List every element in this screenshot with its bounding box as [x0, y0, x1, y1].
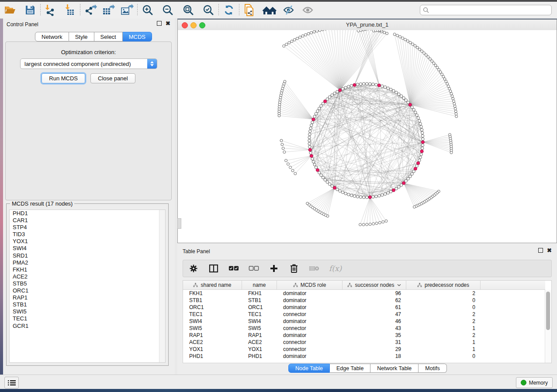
network-node[interactable]: [411, 106, 413, 108]
network-node[interactable]: [344, 86, 347, 89]
network-node[interactable]: [451, 95, 453, 97]
table-cell[interactable]: dominator: [277, 332, 343, 339]
network-node[interactable]: [350, 194, 353, 196]
table-cell[interactable]: 2: [406, 332, 481, 339]
network-node[interactable]: [427, 55, 429, 58]
network-node[interactable]: [420, 153, 422, 155]
table-cell[interactable]: RAP1: [183, 332, 242, 339]
network-node[interactable]: [287, 163, 289, 165]
table-cell[interactable]: 47: [343, 311, 406, 318]
mcds-network-node[interactable]: [368, 196, 371, 199]
network-node[interactable]: [389, 190, 392, 193]
network-node[interactable]: [291, 169, 294, 172]
mcds-network-node[interactable]: [339, 89, 342, 92]
network-node[interactable]: [415, 165, 418, 167]
network-node[interactable]: [453, 103, 456, 105]
export-network-icon[interactable]: [83, 3, 98, 17]
zoom-out-icon[interactable]: [160, 3, 175, 17]
float-panel-icon[interactable]: [157, 21, 162, 26]
zoom-fit-icon[interactable]: [181, 3, 196, 17]
network-node[interactable]: [412, 170, 415, 172]
table-cell[interactable]: dominator: [277, 353, 343, 360]
network-node[interactable]: [409, 41, 412, 44]
network-node[interactable]: [341, 191, 344, 193]
network-node[interactable]: [294, 172, 297, 175]
import-table-icon[interactable]: [62, 3, 77, 17]
hide-windows-icon[interactable]: [281, 3, 296, 17]
network-node[interactable]: [366, 83, 368, 85]
table-cell[interactable]: 62: [343, 297, 406, 304]
network-node[interactable]: [301, 34, 304, 37]
network-node[interactable]: [308, 133, 311, 136]
network-node[interactable]: [362, 83, 365, 85]
tab-motifs[interactable]: Motifs: [419, 364, 446, 373]
network-node[interactable]: [454, 110, 457, 113]
table-cell[interactable]: 2: [406, 318, 481, 325]
table-cell[interactable]: SWI5: [183, 325, 242, 332]
table-row[interactable]: ORC1ORC1dominator610: [183, 304, 545, 311]
network-node[interactable]: [331, 185, 333, 187]
network-node[interactable]: [375, 83, 377, 86]
network-node[interactable]: [442, 76, 445, 78]
table-cell[interactable]: 2: [406, 290, 481, 297]
network-node[interactable]: [412, 108, 415, 111]
table-cell[interactable]: 31: [343, 339, 406, 346]
network-node[interactable]: [384, 193, 386, 195]
mcds-result-list[interactable]: PHD1CAR1STP4TID3YOX1SWI4SRD1PMA2FKH1ACE2…: [9, 210, 166, 363]
zoom-in-icon[interactable]: [140, 3, 155, 17]
network-node[interactable]: [448, 87, 451, 90]
network-node[interactable]: [415, 114, 418, 117]
table-cell[interactable]: dominator: [277, 297, 343, 304]
table-row[interactable]: SWI4SWI4dominator462: [183, 318, 545, 325]
table-cell[interactable]: 18: [343, 353, 406, 360]
network-node[interactable]: [421, 131, 424, 134]
network-node[interactable]: [347, 193, 350, 196]
mcds-result-item[interactable]: RAP1: [10, 294, 165, 301]
network-node[interactable]: [409, 175, 412, 178]
mcds-result-item[interactable]: PHD1: [10, 210, 165, 217]
table-cell[interactable]: ACE2: [183, 339, 242, 346]
network-node[interactable]: [322, 176, 324, 179]
network-node[interactable]: [406, 40, 409, 42]
table-row[interactable]: STB1STB1dominator620: [183, 297, 545, 304]
table-cell[interactable]: 0: [406, 353, 481, 360]
network-node[interactable]: [413, 206, 416, 208]
network-node[interactable]: [336, 90, 339, 93]
network-node[interactable]: [308, 145, 311, 148]
table-cell[interactable]: 61: [343, 304, 406, 311]
network-node[interactable]: [404, 38, 407, 41]
table-cell[interactable]: 0: [406, 304, 481, 311]
network-node[interactable]: [313, 31, 315, 33]
network-node[interactable]: [381, 30, 383, 31]
table-cell[interactable]: dominator: [277, 318, 343, 325]
mcds-network-node[interactable]: [377, 84, 381, 87]
network-node[interactable]: [453, 105, 456, 107]
mcds-result-item[interactable]: SWI5: [10, 308, 165, 315]
network-node[interactable]: [443, 78, 446, 80]
network-node[interactable]: [418, 159, 421, 162]
network-node[interactable]: [280, 139, 283, 142]
network-node[interactable]: [366, 196, 368, 199]
network-node[interactable]: [392, 89, 395, 92]
table-scrollbar[interactable]: [545, 290, 551, 363]
network-node[interactable]: [369, 223, 371, 226]
network-node[interactable]: [369, 83, 371, 85]
export-image-icon[interactable]: [120, 3, 135, 17]
network-node[interactable]: [309, 130, 311, 133]
network-node[interactable]: [360, 30, 362, 31]
mcds-result-item[interactable]: ORC1: [10, 287, 165, 294]
network-node[interactable]: [400, 184, 402, 186]
network-node[interactable]: [310, 31, 312, 34]
table-cell[interactable]: FKH1: [242, 290, 277, 297]
network-node[interactable]: [283, 151, 286, 153]
table-cell[interactable]: STB1: [183, 297, 242, 304]
table-cell[interactable]: 2: [406, 311, 481, 318]
table-cell[interactable]: 0: [406, 297, 481, 304]
network-node[interactable]: [328, 96, 331, 98]
network-node[interactable]: [333, 92, 336, 95]
network-node[interactable]: [411, 172, 413, 175]
network-node[interactable]: [315, 112, 317, 115]
network-node[interactable]: [378, 221, 381, 224]
network-node[interactable]: [417, 117, 419, 119]
network-node[interactable]: [395, 187, 398, 190]
